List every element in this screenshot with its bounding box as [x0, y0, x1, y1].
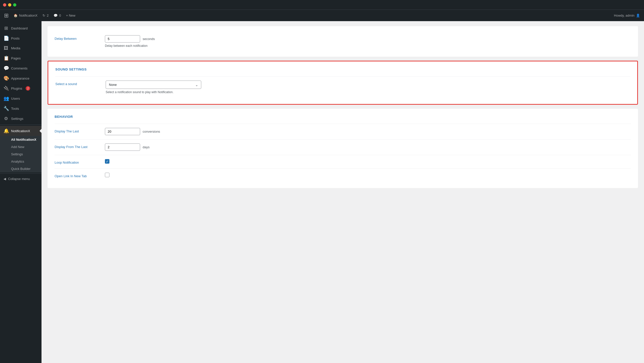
wp-logo[interactable]: ⊞	[4, 12, 9, 19]
admin-bar-new[interactable]: + New	[66, 14, 75, 17]
delay-between-input[interactable]	[105, 35, 140, 43]
submenu-settings[interactable]: Settings	[0, 151, 42, 158]
sidebar-item-comments[interactable]: 💬 Comments	[0, 63, 42, 73]
updates-icon: ↻	[43, 14, 45, 17]
sidebar-item-notificationx[interactable]: 🔔 NotificationX	[0, 126, 42, 136]
sidebar-item-pages[interactable]: 📋 Pages	[0, 53, 42, 63]
select-sound-dropdown[interactable]: None Beep Chime Alert Bell	[106, 81, 201, 89]
notificationx-icon: 🔔	[4, 128, 9, 134]
comments-icon: 💬	[4, 65, 9, 71]
admin-bar-updates[interactable]: ↻ 2	[43, 14, 49, 17]
minimize-button[interactable]	[8, 3, 11, 7]
collapse-menu[interactable]: ◀ Collapse menu	[0, 175, 42, 183]
delay-between-label: Delay Between	[55, 35, 105, 41]
display-from-last-row: Display From The Last days	[55, 139, 631, 155]
plugins-icon: 🔌	[4, 86, 9, 91]
admin-bar-comments[interactable]: 💬 0	[54, 14, 61, 17]
admin-bar-right: Howdy, admin 👤	[614, 14, 640, 17]
sidebar-item-dashboard[interactable]: ⊞ Dashboard	[0, 23, 42, 33]
display-from-last-field: days	[105, 143, 631, 151]
open-link-field	[105, 173, 631, 177]
loop-notification-row: Loop Notification ✓	[55, 155, 631, 168]
delay-between-row: Delay Between seconds Delay between each…	[55, 31, 631, 52]
posts-icon: 📄	[4, 35, 9, 41]
close-button[interactable]	[3, 3, 6, 7]
delay-between-hint: Delay between each notification	[105, 44, 631, 48]
delay-between-input-row: seconds	[105, 35, 631, 43]
tools-icon: 🔧	[4, 106, 9, 111]
display-last-field: conversions	[105, 128, 631, 135]
loop-notification-label: Loop Notification	[55, 159, 105, 164]
delay-between-suffix: seconds	[143, 37, 155, 41]
settings-icon: ⚙	[4, 116, 9, 121]
submenu-analytics[interactable]: Analytics	[0, 158, 42, 165]
sidebar: ⊞ Dashboard 📄 Posts 🖼 Media 📋 Pages 💬 Co…	[0, 21, 42, 363]
display-last-input[interactable]	[105, 128, 140, 135]
comments-icon: 💬	[54, 14, 58, 17]
display-from-last-input-row: days	[105, 143, 631, 151]
sidebar-item-appearance[interactable]: 🎨 Appearance	[0, 73, 42, 83]
delay-between-section: Delay Between seconds Delay between each…	[48, 26, 638, 57]
select-sound-field: None Beep Chime Alert Bell ⌄ Select a no…	[106, 81, 630, 94]
loop-notification-field: ✓	[105, 159, 631, 164]
display-last-suffix: conversions	[143, 130, 160, 133]
submenu-add-new[interactable]: Add New	[0, 143, 42, 151]
media-icon: 🖼	[4, 46, 9, 51]
sidebar-item-users[interactable]: 👥 Users	[0, 93, 42, 103]
display-from-last-label: Display From The Last	[55, 143, 105, 149]
behavior-title: BEHAVIOR	[55, 115, 631, 119]
select-sound-row: Select a sound None Beep Chime Alert Bel…	[55, 76, 630, 98]
open-link-label: Open Link In New Tab	[55, 173, 105, 178]
display-last-row: Display The Last conversions	[55, 124, 631, 139]
users-icon: 👥	[4, 96, 9, 101]
display-last-label: Display The Last	[55, 128, 105, 133]
sidebar-item-settings[interactable]: ⚙ Settings	[0, 114, 42, 124]
app-body: ⊞ Dashboard 📄 Posts 🖼 Media 📋 Pages 💬 Co…	[0, 21, 644, 363]
pages-icon: 📋	[4, 55, 9, 61]
select-sound-label: Select a sound	[55, 81, 106, 86]
titlebar	[0, 0, 644, 10]
behavior-section: BEHAVIOR Display The Last conversions Di…	[48, 109, 638, 188]
appearance-icon: 🎨	[4, 76, 9, 81]
sound-settings-title: SOUND SETTINGS	[55, 67, 630, 71]
select-sound-hint: Select a notification sound to play with…	[106, 90, 630, 94]
maximize-button[interactable]	[13, 3, 16, 7]
collapse-icon: ◀	[4, 177, 6, 181]
admin-bar-site[interactable]: 🏠 NotificationX	[14, 14, 37, 17]
display-from-last-suffix: days	[143, 145, 149, 149]
loop-notification-checkbox[interactable]: ✓	[105, 159, 109, 164]
sidebar-arrow	[39, 129, 42, 133]
submenu-quick-builder[interactable]: Quick Builder	[0, 165, 42, 172]
sidebar-item-posts[interactable]: 📄 Posts	[0, 33, 42, 43]
plugins-badge: 2	[26, 86, 30, 91]
delay-between-field: seconds Delay between each notification	[105, 35, 631, 48]
avatar: 👤	[636, 14, 640, 17]
display-from-last-input[interactable]	[105, 143, 140, 151]
dashboard-icon: ⊞	[4, 25, 9, 31]
select-sound-wrapper: None Beep Chime Alert Bell ⌄	[106, 81, 201, 89]
display-last-input-row: conversions	[105, 128, 631, 135]
main-content: Delay Between seconds Delay between each…	[42, 21, 644, 363]
admin-bar: ⊞ 🏠 NotificationX ↻ 2 💬 0 + New Howdy, a…	[0, 10, 644, 21]
window-controls	[3, 3, 16, 7]
sidebar-item-tools[interactable]: 🔧 Tools	[0, 103, 42, 114]
home-icon: 🏠	[14, 14, 18, 17]
sidebar-item-plugins[interactable]: 🔌 Plugins 2	[0, 83, 42, 93]
submenu-notificationx: All NotificationX Add New Settings Analy…	[0, 136, 42, 172]
open-link-row: Open Link In New Tab	[55, 168, 631, 182]
admin-bar-left: ⊞ 🏠 NotificationX ↻ 2 💬 0 + New	[4, 12, 609, 19]
sidebar-item-media[interactable]: 🖼 Media	[0, 43, 42, 53]
sound-settings-section: SOUND SETTINGS Select a sound None Beep …	[48, 61, 638, 105]
open-link-checkbox[interactable]	[105, 173, 109, 177]
submenu-all-notificationx[interactable]: All NotificationX	[0, 136, 42, 143]
sidebar-divider	[0, 125, 42, 125]
sidebar-divider-2	[0, 173, 42, 174]
